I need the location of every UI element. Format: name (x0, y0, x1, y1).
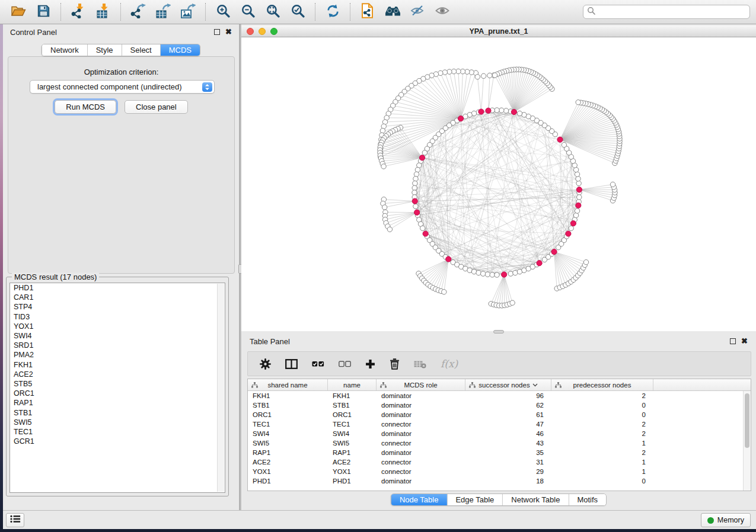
network-node[interactable] (413, 177, 418, 181)
tab-mcds[interactable]: MCDS (161, 44, 200, 56)
network-hub-node[interactable] (486, 108, 491, 113)
task-history-button[interactable] (6, 513, 24, 527)
network-node[interactable] (382, 205, 387, 210)
network-hub-node[interactable] (419, 155, 425, 161)
zoom-out-button[interactable] (238, 2, 258, 22)
tab-select[interactable]: Select (122, 44, 161, 56)
search-input[interactable] (595, 8, 746, 16)
mcds-result-item[interactable]: ORC1 (10, 389, 225, 398)
network-node[interactable] (490, 273, 495, 277)
table-row[interactable]: TEC1TEC1connector472 (248, 419, 751, 429)
table-tab-node-table[interactable]: Node Table (391, 494, 448, 505)
mcds-result-item[interactable]: FKH1 (10, 360, 225, 370)
network-node[interactable] (387, 227, 392, 232)
network-node[interactable] (575, 209, 579, 213)
network-node[interactable] (576, 100, 580, 104)
mcds-result-item[interactable]: GCR1 (10, 437, 225, 446)
network-node[interactable] (447, 69, 452, 74)
mcds-result-item[interactable]: PHD1 (10, 283, 225, 293)
network-hub-node[interactable] (537, 261, 542, 266)
column-header-predecessor-nodes[interactable]: predecessor nodes (551, 379, 653, 390)
network-node[interactable] (476, 270, 481, 275)
export-network-button[interactable] (128, 2, 148, 22)
close-window-icon[interactable] (247, 28, 254, 35)
mcds-result-item[interactable]: SRD1 (10, 341, 225, 350)
float-panel-icon[interactable] (730, 338, 736, 344)
mcds-result-item[interactable]: YOX1 (10, 322, 225, 331)
network-node[interactable] (510, 300, 515, 305)
network-node[interactable] (610, 182, 615, 187)
network-node[interactable] (485, 272, 490, 277)
table-tab-network-table[interactable]: Network Table (503, 494, 569, 505)
network-node[interactable] (414, 172, 419, 177)
network-node[interactable] (413, 181, 417, 185)
network-hub-node[interactable] (414, 210, 420, 215)
network-node[interactable] (381, 164, 386, 169)
hide-graphics-details-button[interactable] (407, 2, 428, 22)
minimize-window-icon[interactable] (259, 28, 266, 35)
network-node[interactable] (495, 108, 499, 113)
table-row[interactable]: ACE2ACE2connector311 (248, 457, 751, 467)
table-row[interactable]: RAP1RAP1dominator352 (248, 448, 751, 457)
network-node[interactable] (481, 73, 486, 78)
network-node[interactable] (422, 150, 427, 155)
import-network-button[interactable] (68, 2, 88, 22)
deselect-all-button[interactable] (339, 361, 351, 367)
network-node[interactable] (380, 128, 385, 133)
mcds-result-item[interactable]: CAR1 (10, 293, 225, 302)
tab-style[interactable]: Style (88, 44, 122, 56)
network-hub-node[interactable] (576, 187, 582, 193)
network-hub-node[interactable] (576, 203, 581, 208)
network-node[interactable] (475, 75, 480, 79)
network-hub-node[interactable] (570, 220, 576, 226)
network-node[interactable] (412, 190, 417, 195)
show-columns-button[interactable] (285, 359, 298, 369)
network-hub-node[interactable] (502, 272, 507, 277)
table-row[interactable]: SWI4SWI4dominator462 (248, 429, 751, 438)
table-row[interactable]: ORC1ORC1dominator610 (248, 410, 751, 419)
network-node[interactable] (499, 108, 504, 113)
network-node[interactable] (413, 204, 418, 209)
column-header-name[interactable]: name (328, 379, 377, 390)
table-row[interactable]: FKH1FKH1dominator962 (248, 391, 751, 400)
network-hub-node[interactable] (446, 257, 451, 262)
network-hub-node[interactable] (423, 231, 428, 236)
network-from-selection-button[interactable] (358, 2, 378, 22)
close-panel-button[interactable]: Close panel (125, 100, 188, 114)
mcds-result-item[interactable]: ACE2 (10, 370, 225, 379)
maximize-window-icon[interactable] (270, 28, 277, 35)
list-scrollbar[interactable] (217, 284, 224, 492)
network-node[interactable] (576, 181, 581, 185)
table-row[interactable]: SWI5SWI5connector431 (248, 438, 751, 448)
zoom-fit-button[interactable] (263, 2, 283, 22)
zoom-selected-button[interactable] (288, 2, 308, 22)
network-node[interactable] (442, 70, 447, 75)
network-hub-node[interactable] (566, 231, 571, 236)
export-table-button[interactable] (153, 2, 173, 22)
add-row-button[interactable] (365, 359, 375, 369)
refresh-button[interactable] (323, 2, 343, 22)
mcds-result-item[interactable]: STB5 (10, 379, 225, 389)
column-header-shared-name[interactable]: shared name (248, 379, 328, 390)
network-hub-node[interactable] (551, 249, 557, 254)
network-hub-node[interactable] (511, 109, 516, 114)
mcds-result-item[interactable]: PMA2 (10, 350, 225, 360)
mcds-result-item[interactable]: TID3 (10, 312, 225, 322)
table-row[interactable]: YOX1YOX1connector291 (248, 467, 751, 476)
network-node[interactable] (487, 73, 492, 78)
column-header-successor-nodes[interactable]: successor nodes (465, 379, 551, 390)
mcds-result-item[interactable]: TEC1 (10, 427, 225, 437)
table-scrollbar[interactable] (743, 391, 751, 491)
network-node[interactable] (415, 167, 420, 172)
network-node[interactable] (492, 73, 497, 78)
network-node[interactable] (575, 172, 579, 177)
network-hub-node[interactable] (557, 137, 563, 142)
criterion-select[interactable]: largest connected component (undirected) (30, 80, 215, 94)
network-hub-node[interactable] (458, 116, 463, 121)
network-node[interactable] (481, 271, 486, 276)
network-node[interactable] (412, 185, 417, 190)
scrollbar-thumb[interactable] (745, 393, 749, 448)
close-panel-icon[interactable]: ✖ (225, 29, 232, 35)
network-node[interactable] (562, 142, 566, 147)
table-row[interactable]: STB1STB1dominator620 (248, 400, 751, 410)
